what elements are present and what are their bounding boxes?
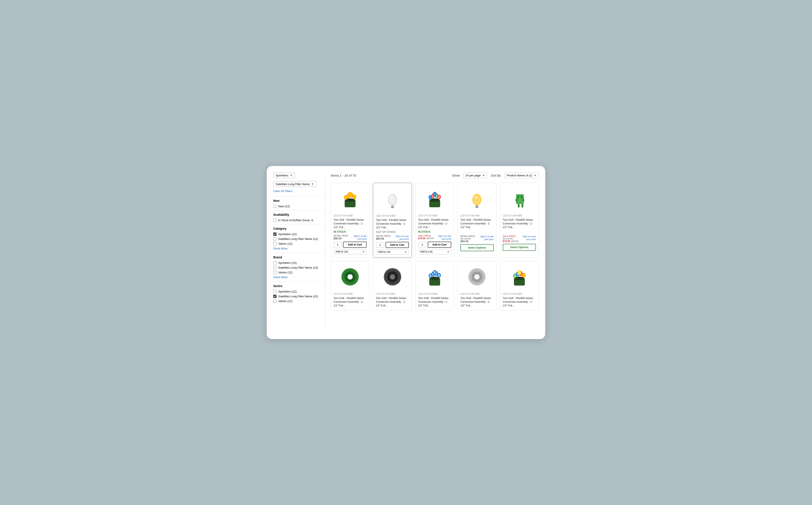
per-page-value: 24 per page xyxy=(465,174,481,177)
section-title-new: New xyxy=(273,199,321,202)
sign-in-link-3[interactable]: Sign in to seeyour price xyxy=(438,235,451,240)
sign-in-link-1[interactable]: Sign in to seeyour price xyxy=(354,235,367,240)
add-to-list-2[interactable]: Add to List ▼ xyxy=(376,249,409,255)
product-sku-8: LED-C9-CW-SMD xyxy=(418,293,451,295)
add-cart-row-3: Add to Cart xyxy=(418,241,451,248)
sign-in-link-5[interactable]: Sign in to seeyour price xyxy=(523,235,536,241)
checkbox-sprinklers-brand[interactable] xyxy=(273,261,277,265)
product-image-2 xyxy=(376,186,409,212)
svg-point-33 xyxy=(475,196,477,199)
product-image-3 xyxy=(418,185,451,212)
svg-rect-40 xyxy=(521,196,523,198)
product-status-3: IN STOCK xyxy=(418,230,451,233)
active-filters: Sprinklers ✕ Satellites Long Filter Name… xyxy=(273,172,321,189)
product-grid-row1: LED-C9-CW-SMD Toro Golf - Flex800 Series… xyxy=(331,183,539,258)
svg-rect-34 xyxy=(516,194,524,204)
checkbox-satellites-brand[interactable] xyxy=(273,266,277,269)
add-to-cart-btn-3[interactable]: Add to Cart xyxy=(428,241,451,248)
select-options-btn-4[interactable]: Select Options xyxy=(460,244,494,251)
product-image-4 xyxy=(460,185,494,212)
checkbox-satellites-cat[interactable] xyxy=(273,237,277,240)
product-card-3: LED-C9-CW-SMD Toro Golf - Flex800 Series… xyxy=(415,183,454,258)
sidebar: Sprinklers ✕ Satellites Long Filter Name… xyxy=(273,172,325,333)
product-sku-5: LED-C9-CW-SMD xyxy=(503,214,536,217)
sign-in-link-4[interactable]: Sign in to seeyour price xyxy=(481,235,494,241)
product-card-8: LED-C9-CW-SMD Toro Golf - Flex800 Series… xyxy=(415,261,454,310)
svg-rect-37 xyxy=(516,199,517,202)
checkbox-sprinklers[interactable] xyxy=(273,232,277,236)
product-grid-row2: LED-C9-CW-SMD Toro Golf - Flex800 Series… xyxy=(331,261,539,310)
show-more-brand[interactable]: Show More xyxy=(273,276,321,279)
section-title-availability: Availability xyxy=(273,213,321,216)
filter-option-sprinklers-brand[interactable]: Sprinklers (12) xyxy=(273,261,321,265)
remove-filter-sprinklers[interactable]: ✕ xyxy=(290,174,293,177)
add-to-list-1[interactable]: Add to List ▼ xyxy=(333,249,367,254)
product-card-2: LED-C9-CW-SMD Toro Golf - Flex800 Series… xyxy=(373,183,412,258)
show-label: Show xyxy=(452,174,460,177)
filter-tag-sprinklers[interactable]: Sprinklers ✕ xyxy=(273,172,295,178)
filter-option-satellites-brand[interactable]: Satellites Long Filter Name (12) xyxy=(273,266,321,269)
items-count: Items 1 - 24 of 70 xyxy=(331,174,356,177)
product-name-8: Toro Golf - Flex800 Series Conversion As… xyxy=(418,297,451,307)
sign-in-link-2[interactable]: Sign in to seeyour price xyxy=(396,235,409,240)
checkbox-valves-series[interactable] xyxy=(273,300,277,303)
svg-rect-39 xyxy=(517,196,519,198)
product-sku-7: LED-C9-CW-SMD xyxy=(376,293,409,295)
filter-option-new[interactable]: New (12) xyxy=(273,205,321,208)
product-image-9 xyxy=(460,264,494,290)
sort-value: Product Name (A-Z) xyxy=(507,174,532,177)
filter-option-satellites-series[interactable]: Satellites Long Filter Name (12) xyxy=(273,295,321,298)
price-row-1: RETAIL PRICE $99.99 Sign in to seeyour p… xyxy=(333,235,367,240)
filter-tag-satellites[interactable]: Satellites Long Filter Name ✕ xyxy=(273,181,316,187)
product-name-5: Toro Golf - Flex800 Series Conversion As… xyxy=(503,218,536,229)
svg-point-76 xyxy=(518,271,520,274)
checkbox-valves-cat[interactable] xyxy=(273,242,277,245)
svg-point-74 xyxy=(523,274,525,277)
svg-rect-36 xyxy=(522,204,523,207)
clear-all-filters[interactable]: Clear All Filters xyxy=(273,189,321,193)
product-card-9: LED-C9-CW-SMD Toro Golf - Flex800 Series… xyxy=(457,261,496,310)
qty-input-2[interactable] xyxy=(376,242,384,248)
add-list-chevron-3: ▼ xyxy=(447,250,449,253)
add-to-list-3[interactable]: Add to List ▼ xyxy=(418,249,451,254)
product-card-10: LED-C9-CW-SMD Toro Golf - Flex800 Series… xyxy=(500,261,539,310)
checkbox-sprinklers-series[interactable] xyxy=(273,290,277,293)
qty-input-3[interactable] xyxy=(418,242,426,247)
svg-point-43 xyxy=(348,274,353,280)
checkbox-valves-brand[interactable] xyxy=(273,271,277,274)
checkbox-in-stock[interactable] xyxy=(273,218,277,222)
product-name-2: Toro Golf - Flex800 Series Conversion As… xyxy=(376,218,409,229)
add-to-cart-btn-2[interactable]: Add to Cart xyxy=(386,242,409,248)
svg-rect-13 xyxy=(391,207,394,208)
select-options-btn-5[interactable]: Select Options xyxy=(503,244,536,251)
product-sku-1: LED-C9-CW-SMD xyxy=(333,214,367,217)
checkbox-satellites-series[interactable] xyxy=(273,295,277,298)
filter-option-sprinklers[interactable]: Sprinklers (12) xyxy=(273,232,321,236)
filter-option-in-stock[interactable]: In Stock At Buffalo Grove, IL xyxy=(273,218,321,222)
product-sku-10: LED-C9-CW-SMD xyxy=(503,293,536,295)
add-cart-row-2: Add to Cart xyxy=(376,242,409,248)
show-more-category[interactable]: Show More xyxy=(273,247,321,250)
filter-option-valves-series[interactable]: Valves (12) xyxy=(273,300,321,303)
filter-option-sprinklers-series[interactable]: Sprinklers (12) xyxy=(273,290,321,293)
filter-option-valves-brand[interactable]: Valves (12) xyxy=(273,271,321,274)
add-to-cart-btn-1[interactable]: Add to Cart xyxy=(343,241,367,248)
svg-rect-38 xyxy=(523,199,524,202)
svg-point-52 xyxy=(429,274,431,278)
filter-option-satellites-cat[interactable]: Satellites Long Filter Name (12) xyxy=(273,237,321,240)
svg-point-28 xyxy=(434,192,436,196)
price-row-5: SALE PRICE As Low As $79.99 $99.99 Sign … xyxy=(503,235,536,242)
add-list-chevron-2: ▼ xyxy=(404,250,407,253)
product-card-4: LED-C9-CW-SMD Toro Golf - Flex800 Series… xyxy=(457,183,496,258)
sort-select[interactable]: Product Name (A-Z) ▼ xyxy=(504,172,539,178)
product-name-4: Toro Golf - Flex800 Series Conversion As… xyxy=(460,218,494,229)
filter-option-valves-cat[interactable]: Valves (12) xyxy=(273,242,321,245)
product-card-6: LED-C9-CW-SMD Toro Golf - Flex800 Series… xyxy=(331,261,370,310)
product-name-6: Toro Golf - Flex800 Series Conversion As… xyxy=(333,297,367,307)
remove-filter-satellites[interactable]: ✕ xyxy=(311,182,314,186)
checkbox-new[interactable] xyxy=(273,205,277,208)
per-page-select[interactable]: 24 per page ▼ xyxy=(463,172,488,178)
sort-label: Sort By xyxy=(491,174,501,177)
qty-input-1[interactable] xyxy=(333,242,342,247)
svg-point-68 xyxy=(514,274,516,278)
